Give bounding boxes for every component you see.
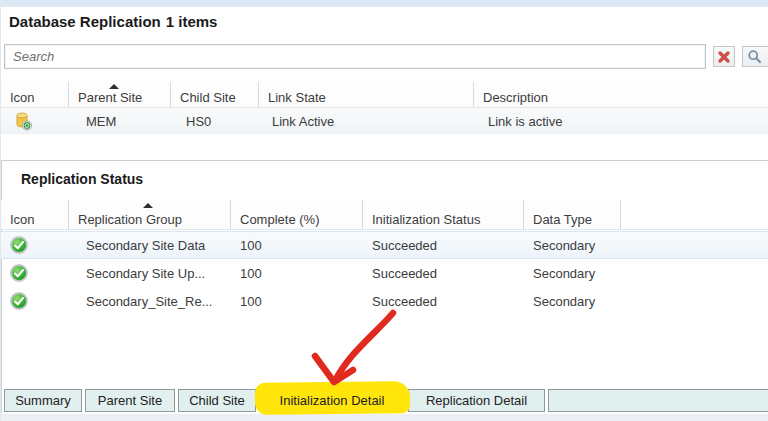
search-button[interactable]: [742, 46, 768, 67]
page-title: Database Replication1 items: [9, 13, 217, 30]
cell-group: Secondary_Site_Re...: [77, 294, 212, 309]
cell-group: Secondary Site Data: [77, 238, 205, 253]
cell-group: Secondary Site Up...: [77, 266, 205, 281]
sort-ascending-icon: [143, 203, 153, 208]
cell-complete: 100: [231, 238, 262, 253]
page-title-text: Database Replication: [9, 13, 161, 30]
cell-complete: 100: [231, 266, 262, 281]
green-check-icon: [10, 264, 28, 282]
cell-init-status: Succeeded: [363, 294, 437, 309]
cell-child-site: HS0: [177, 114, 211, 129]
window-top-strip: [1, 0, 768, 7]
cell-init-status: Succeeded: [363, 266, 437, 281]
link-col-link-state[interactable]: Link State: [259, 82, 474, 108]
rs-col-icon[interactable]: Icon: [1, 200, 69, 230]
rs-row-3[interactable]: Secondary_Site_Re... 100 Succeeded Secon…: [1, 287, 768, 315]
tab-parent-site[interactable]: Parent Site: [85, 389, 175, 412]
cell-data-type: Secondary: [524, 294, 595, 309]
red-arrow-annotation: [291, 303, 411, 393]
link-table-row[interactable]: MEM HS0 Link Active Link is active: [1, 108, 768, 134]
green-check-icon: [10, 236, 28, 254]
tab-initialization-detail[interactable]: Initialization Detail: [259, 389, 405, 412]
cell-link-state: Link Active: [263, 114, 334, 129]
rs-col-initialization-status[interactable]: Initialization Status: [363, 200, 524, 230]
link-col-child-site[interactable]: Child Site: [171, 82, 259, 108]
cell-description: Link is active: [479, 114, 562, 129]
sort-ascending-icon: [109, 84, 119, 89]
search-input[interactable]: [4, 44, 706, 69]
rs-header-underline: [1, 229, 768, 230]
tab-replication-detail[interactable]: Replication Detail: [408, 389, 545, 412]
rs-row-2[interactable]: Secondary Site Up... 100 Succeeded Secon…: [1, 259, 768, 287]
replication-status-title: Replication Status: [21, 171, 143, 187]
items-count: 1 items: [166, 13, 218, 30]
cell-parent-site: MEM: [77, 114, 116, 129]
rs-row-1[interactable]: Secondary Site Data 100 Succeeded Second…: [1, 231, 768, 259]
database-sync-icon: [13, 111, 33, 131]
cell-init-status: Succeeded: [363, 238, 437, 253]
cell-data-type: Secondary: [524, 238, 595, 253]
link-col-description[interactable]: Description: [474, 82, 768, 108]
rs-col-complete[interactable]: Complete (%): [231, 200, 363, 230]
bottom-strip: [1, 413, 768, 421]
tab-summary[interactable]: Summary: [4, 389, 82, 412]
link-col-parent-site[interactable]: Parent Site: [69, 82, 171, 108]
cell-complete: 100: [231, 294, 262, 309]
magnifier-icon: [747, 49, 762, 64]
rs-col-data-type[interactable]: Data Type: [524, 200, 621, 230]
red-x-icon: [717, 50, 731, 64]
cell-data-type: Secondary: [524, 266, 595, 281]
green-check-icon: [10, 292, 28, 310]
tab-child-site[interactable]: Child Site: [178, 389, 256, 412]
clear-search-button[interactable]: [713, 46, 735, 67]
tab-strip-filler: [548, 389, 768, 412]
link-col-icon[interactable]: Icon: [1, 82, 69, 108]
detail-pane-top-border: [1, 160, 768, 161]
database-replication-pane: Database Replication1 items Icon Parent …: [0, 0, 768, 421]
